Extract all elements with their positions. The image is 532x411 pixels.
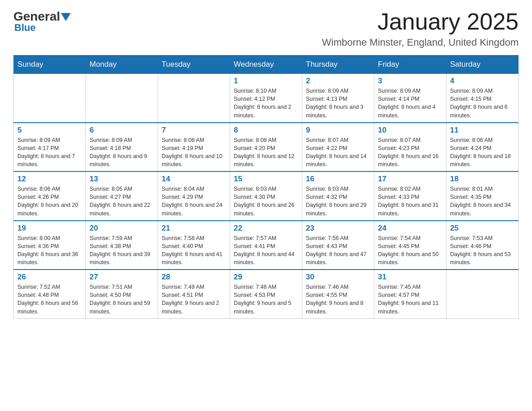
calendar-week-4: 19Sunrise: 8:00 AM Sunset: 4:36 PM Dayli… bbox=[14, 221, 519, 270]
svg-marker-0 bbox=[61, 13, 71, 21]
logo-triangle-icon bbox=[61, 10, 71, 24]
day-info: Sunrise: 7:57 AM Sunset: 4:41 PM Dayligh… bbox=[234, 234, 298, 267]
calendar-week-3: 12Sunrise: 8:06 AM Sunset: 4:26 PM Dayli… bbox=[14, 171, 519, 221]
calendar-cell: 4Sunrise: 8:09 AM Sunset: 4:15 PM Daylig… bbox=[446, 74, 519, 123]
day-info: Sunrise: 7:51 AM Sunset: 4:50 PM Dayligh… bbox=[90, 283, 154, 316]
day-info: Sunrise: 8:08 AM Sunset: 4:20 PM Dayligh… bbox=[234, 136, 298, 169]
day-number: 11 bbox=[450, 126, 515, 135]
calendar-cell: 20Sunrise: 7:59 AM Sunset: 4:38 PM Dayli… bbox=[86, 221, 158, 270]
calendar-cell: 19Sunrise: 8:00 AM Sunset: 4:36 PM Dayli… bbox=[14, 221, 86, 270]
day-info: Sunrise: 8:10 AM Sunset: 4:12 PM Dayligh… bbox=[234, 87, 298, 120]
calendar-cell: 23Sunrise: 7:56 AM Sunset: 4:43 PM Dayli… bbox=[302, 221, 374, 270]
day-info: Sunrise: 8:01 AM Sunset: 4:35 PM Dayligh… bbox=[450, 185, 515, 218]
calendar-cell: 14Sunrise: 8:04 AM Sunset: 4:29 PM Dayli… bbox=[158, 171, 230, 221]
day-number: 29 bbox=[234, 273, 298, 282]
calendar-week-1: 1Sunrise: 8:10 AM Sunset: 4:12 PM Daylig… bbox=[14, 74, 519, 123]
calendar-cell: 6Sunrise: 8:09 AM Sunset: 4:18 PM Daylig… bbox=[86, 123, 158, 172]
day-info: Sunrise: 8:09 AM Sunset: 4:15 PM Dayligh… bbox=[450, 87, 515, 120]
day-number: 24 bbox=[378, 224, 442, 233]
calendar-cell: 27Sunrise: 7:51 AM Sunset: 4:50 PM Dayli… bbox=[86, 270, 158, 318]
day-number: 13 bbox=[90, 175, 154, 184]
calendar-title: January 2025 bbox=[322, 9, 519, 34]
day-info: Sunrise: 8:06 AM Sunset: 4:24 PM Dayligh… bbox=[450, 136, 515, 169]
day-number: 7 bbox=[162, 126, 226, 135]
day-number: 28 bbox=[162, 273, 226, 282]
calendar-cell: 9Sunrise: 8:07 AM Sunset: 4:22 PM Daylig… bbox=[302, 123, 374, 172]
day-info: Sunrise: 8:00 AM Sunset: 4:36 PM Dayligh… bbox=[17, 234, 82, 267]
calendar-cell bbox=[86, 74, 158, 123]
calendar-cell: 30Sunrise: 7:46 AM Sunset: 4:55 PM Dayli… bbox=[302, 270, 374, 318]
day-info: Sunrise: 8:08 AM Sunset: 4:19 PM Dayligh… bbox=[162, 136, 226, 169]
day-number: 18 bbox=[450, 175, 515, 184]
day-number: 5 bbox=[17, 126, 82, 135]
day-number: 4 bbox=[450, 77, 515, 86]
calendar-table: SundayMondayTuesdayWednesdayThursdayFrid… bbox=[13, 55, 519, 319]
day-number: 10 bbox=[378, 126, 442, 135]
day-info: Sunrise: 7:59 AM Sunset: 4:38 PM Dayligh… bbox=[90, 234, 154, 267]
calendar-cell: 28Sunrise: 7:49 AM Sunset: 4:51 PM Dayli… bbox=[158, 270, 230, 318]
day-info: Sunrise: 7:49 AM Sunset: 4:51 PM Dayligh… bbox=[162, 283, 226, 316]
day-number: 25 bbox=[450, 224, 515, 233]
day-number: 30 bbox=[306, 273, 370, 282]
calendar-cell: 17Sunrise: 8:02 AM Sunset: 4:33 PM Dayli… bbox=[374, 171, 446, 221]
calendar-subtitle: Wimborne Minster, England, United Kingdo… bbox=[322, 37, 519, 48]
calendar-cell: 21Sunrise: 7:58 AM Sunset: 4:40 PM Dayli… bbox=[158, 221, 230, 270]
day-number: 8 bbox=[234, 126, 298, 135]
calendar-cell bbox=[446, 270, 519, 318]
calendar-cell: 7Sunrise: 8:08 AM Sunset: 4:19 PM Daylig… bbox=[158, 123, 230, 172]
calendar-cell: 26Sunrise: 7:52 AM Sunset: 4:48 PM Dayli… bbox=[14, 270, 86, 318]
day-info: Sunrise: 8:09 AM Sunset: 4:18 PM Dayligh… bbox=[90, 136, 154, 169]
day-number: 14 bbox=[162, 175, 226, 184]
calendar-cell: 15Sunrise: 8:03 AM Sunset: 4:30 PM Dayli… bbox=[230, 171, 302, 221]
day-info: Sunrise: 8:02 AM Sunset: 4:33 PM Dayligh… bbox=[378, 185, 442, 218]
day-info: Sunrise: 7:45 AM Sunset: 4:57 PM Dayligh… bbox=[378, 283, 442, 316]
calendar-cell bbox=[158, 74, 230, 123]
day-number: 31 bbox=[378, 273, 442, 282]
calendar-week-2: 5Sunrise: 8:09 AM Sunset: 4:17 PM Daylig… bbox=[14, 123, 519, 172]
calendar-cell: 2Sunrise: 8:09 AM Sunset: 4:13 PM Daylig… bbox=[302, 74, 374, 123]
day-number: 16 bbox=[306, 175, 370, 184]
day-info: Sunrise: 7:46 AM Sunset: 4:55 PM Dayligh… bbox=[306, 283, 370, 316]
day-info: Sunrise: 8:07 AM Sunset: 4:23 PM Dayligh… bbox=[378, 136, 442, 169]
calendar-cell: 12Sunrise: 8:06 AM Sunset: 4:26 PM Dayli… bbox=[14, 171, 86, 221]
day-info: Sunrise: 8:07 AM Sunset: 4:22 PM Dayligh… bbox=[306, 136, 370, 169]
day-info: Sunrise: 7:54 AM Sunset: 4:45 PM Dayligh… bbox=[378, 234, 442, 267]
calendar-cell bbox=[14, 74, 86, 123]
day-number: 15 bbox=[234, 175, 298, 184]
day-number: 3 bbox=[378, 77, 442, 86]
day-number: 12 bbox=[17, 175, 82, 184]
day-info: Sunrise: 7:48 AM Sunset: 4:53 PM Dayligh… bbox=[234, 283, 298, 316]
day-info: Sunrise: 8:06 AM Sunset: 4:26 PM Dayligh… bbox=[17, 185, 82, 218]
col-header-tuesday: Tuesday bbox=[158, 56, 230, 74]
calendar-cell: 16Sunrise: 8:03 AM Sunset: 4:32 PM Dayli… bbox=[302, 171, 374, 221]
calendar-cell: 5Sunrise: 8:09 AM Sunset: 4:17 PM Daylig… bbox=[14, 123, 86, 172]
day-number: 19 bbox=[17, 224, 82, 233]
day-info: Sunrise: 7:56 AM Sunset: 4:43 PM Dayligh… bbox=[306, 234, 370, 267]
calendar-cell: 22Sunrise: 7:57 AM Sunset: 4:41 PM Dayli… bbox=[230, 221, 302, 270]
day-info: Sunrise: 8:04 AM Sunset: 4:29 PM Dayligh… bbox=[162, 185, 226, 218]
logo-area: General Blue bbox=[13, 9, 71, 34]
day-number: 26 bbox=[17, 273, 82, 282]
day-info: Sunrise: 8:09 AM Sunset: 4:17 PM Dayligh… bbox=[17, 136, 82, 169]
day-info: Sunrise: 8:05 AM Sunset: 4:27 PM Dayligh… bbox=[90, 185, 154, 218]
calendar-week-5: 26Sunrise: 7:52 AM Sunset: 4:48 PM Dayli… bbox=[14, 270, 519, 318]
calendar-cell: 1Sunrise: 8:10 AM Sunset: 4:12 PM Daylig… bbox=[230, 74, 302, 123]
calendar-cell: 13Sunrise: 8:05 AM Sunset: 4:27 PM Dayli… bbox=[86, 171, 158, 221]
calendar-cell: 10Sunrise: 8:07 AM Sunset: 4:23 PM Dayli… bbox=[374, 123, 446, 172]
day-info: Sunrise: 8:03 AM Sunset: 4:32 PM Dayligh… bbox=[306, 185, 370, 218]
logo-blue-text: Blue bbox=[14, 22, 36, 34]
col-header-friday: Friday bbox=[374, 56, 446, 74]
day-info: Sunrise: 8:03 AM Sunset: 4:30 PM Dayligh… bbox=[234, 185, 298, 218]
col-header-thursday: Thursday bbox=[302, 56, 374, 74]
day-info: Sunrise: 7:53 AM Sunset: 4:46 PM Dayligh… bbox=[450, 234, 515, 267]
day-number: 21 bbox=[162, 224, 226, 233]
day-number: 20 bbox=[90, 224, 154, 233]
col-header-monday: Monday bbox=[86, 56, 158, 74]
day-number: 22 bbox=[234, 224, 298, 233]
calendar-cell: 11Sunrise: 8:06 AM Sunset: 4:24 PM Dayli… bbox=[446, 123, 519, 172]
calendar-cell: 3Sunrise: 8:09 AM Sunset: 4:14 PM Daylig… bbox=[374, 74, 446, 123]
calendar-cell: 8Sunrise: 8:08 AM Sunset: 4:20 PM Daylig… bbox=[230, 123, 302, 172]
day-info: Sunrise: 7:58 AM Sunset: 4:40 PM Dayligh… bbox=[162, 234, 226, 267]
day-number: 1 bbox=[234, 77, 298, 86]
day-number: 27 bbox=[90, 273, 154, 282]
